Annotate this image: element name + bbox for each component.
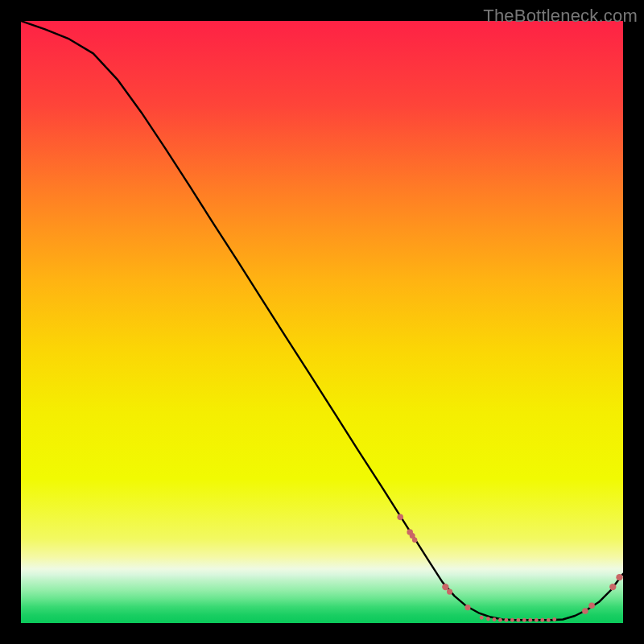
chart-marker	[486, 617, 490, 621]
chart-marker	[464, 605, 470, 610]
chart-marker	[504, 618, 508, 622]
watermark-label: TheBottleneck.com	[483, 6, 638, 27]
chart-marker	[480, 616, 484, 620]
chart-marker	[609, 584, 616, 590]
chart-marker	[516, 618, 520, 622]
chart-marker	[535, 618, 539, 622]
chart-marker	[498, 618, 502, 622]
chart-marker	[522, 618, 526, 622]
chart-container: TheBottleneck.com	[0, 0, 644, 644]
chart-marker	[447, 589, 452, 595]
chart-svg	[21, 21, 623, 623]
chart-marker	[588, 603, 595, 609]
chart-marker	[442, 584, 448, 590]
chart-marker	[552, 617, 556, 621]
chart-marker	[582, 608, 588, 614]
chart-marker	[412, 538, 417, 543]
chart-background	[21, 21, 623, 623]
chart-marker	[397, 514, 403, 521]
plot-area	[21, 21, 623, 623]
chart-marker	[540, 618, 544, 622]
chart-marker	[510, 618, 514, 622]
chart-marker	[547, 618, 551, 622]
chart-marker	[528, 618, 532, 622]
chart-marker	[616, 574, 622, 580]
chart-marker	[493, 617, 497, 621]
